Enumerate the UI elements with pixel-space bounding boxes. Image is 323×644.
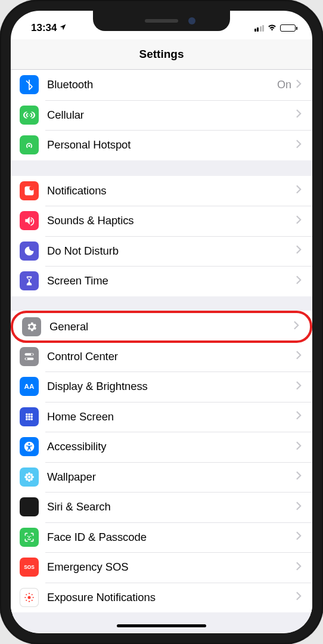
- row-label: General: [49, 320, 294, 333]
- chevron-right-icon: [296, 471, 302, 482]
- row-label: Accessibility: [47, 440, 296, 453]
- notifications-icon: [20, 181, 39, 200]
- phone-frame: 13:34 Settings BluetoothOnCellularPerson…: [0, 0, 323, 644]
- row-label: Notifications: [47, 184, 296, 197]
- settings-group: GeneralControl CenterDisplay & Brightnes…: [11, 311, 312, 613]
- row-label: Emergency SOS: [47, 561, 296, 574]
- hourglass-icon: [20, 271, 39, 290]
- page-title: Settings: [11, 39, 312, 70]
- row-label: Sounds & Haptics: [47, 214, 296, 227]
- faceid-icon: [20, 528, 39, 547]
- row-label: Face ID & Passcode: [47, 531, 296, 544]
- row-label: Do Not Disturb: [47, 244, 296, 258]
- switches-icon: [20, 347, 39, 366]
- row-label: Control Center: [47, 350, 296, 363]
- moon-icon: [20, 242, 39, 261]
- row-label: Cellular: [47, 109, 296, 122]
- battery-icon: [280, 24, 296, 32]
- chevron-right-icon: [296, 245, 302, 256]
- wifi-icon: [267, 22, 277, 34]
- row-bluetooth[interactable]: BluetoothOn: [11, 70, 312, 100]
- home-indicator[interactable]: [117, 624, 206, 627]
- row-label: Bluetooth: [47, 78, 277, 91]
- row-display[interactable]: Display & Brightness: [11, 371, 312, 402]
- row-general[interactable]: General: [11, 311, 312, 343]
- chevron-right-icon: [296, 109, 302, 120]
- sounds-icon: [20, 211, 39, 230]
- speaker: [145, 19, 178, 23]
- row-homescreen[interactable]: Home Screen: [11, 402, 312, 432]
- chevron-right-icon: [296, 411, 302, 422]
- chevron-right-icon: [296, 185, 302, 196]
- chevron-right-icon: [296, 501, 302, 513]
- flower-icon: [20, 467, 39, 487]
- row-dnd[interactable]: Do Not Disturb: [11, 236, 312, 267]
- sos-icon: [20, 558, 39, 577]
- row-notifications[interactable]: Notifications: [11, 176, 312, 206]
- chevron-right-icon: [296, 441, 302, 453]
- gear-icon: [22, 317, 41, 336]
- chevron-right-icon: [296, 275, 302, 287]
- row-controlcenter[interactable]: Control Center: [11, 342, 312, 372]
- row-label: Display & Brightness: [47, 380, 296, 393]
- row-value: On: [277, 79, 291, 91]
- row-sounds[interactable]: Sounds & Haptics: [11, 206, 312, 236]
- row-accessibility[interactable]: Accessibility: [11, 432, 312, 462]
- status-left: 13:34: [31, 22, 67, 34]
- row-sos[interactable]: Emergency SOS: [11, 552, 312, 583]
- settings-list[interactable]: BluetoothOnCellularPersonal HotspotNotif…: [11, 70, 312, 633]
- settings-group: BluetoothOnCellularPersonal Hotspot: [11, 70, 312, 160]
- row-label: Personal Hotspot: [47, 138, 296, 151]
- row-hotspot[interactable]: Personal Hotspot: [11, 130, 312, 160]
- chevron-right-icon: [296, 351, 302, 362]
- hotspot-icon: [20, 135, 39, 154]
- bluetooth-icon: [20, 75, 39, 94]
- grid-icon: [20, 407, 39, 426]
- antenna-icon: [20, 106, 39, 125]
- row-label: Siri & Search: [47, 500, 296, 513]
- chevron-right-icon: [296, 215, 302, 227]
- siri-icon: [20, 497, 39, 516]
- chevron-right-icon: [296, 381, 302, 392]
- screen: 13:34 Settings BluetoothOnCellularPerson…: [11, 11, 312, 633]
- row-exposure[interactable]: Exposure Notifications: [11, 583, 312, 613]
- chevron-right-icon: [296, 140, 302, 151]
- row-screentime[interactable]: Screen Time: [11, 266, 312, 296]
- row-cellular[interactable]: Cellular: [11, 100, 312, 131]
- row-faceid[interactable]: Face ID & Passcode: [11, 522, 312, 553]
- chevron-right-icon: [296, 79, 302, 91]
- row-label: Screen Time: [47, 274, 296, 287]
- settings-group: NotificationsSounds & HapticsDo Not Dist…: [11, 176, 312, 296]
- status-right: [254, 22, 296, 34]
- chevron-right-icon: [294, 321, 299, 332]
- row-label: Home Screen: [47, 410, 296, 423]
- row-wallpaper[interactable]: Wallpaper: [11, 462, 312, 493]
- chevron-right-icon: [296, 562, 302, 573]
- row-siri[interactable]: Siri & Search: [11, 492, 312, 522]
- aa-icon: [20, 377, 39, 396]
- exposure-icon: [20, 588, 39, 607]
- notch: [93, 11, 230, 31]
- chevron-right-icon: [296, 592, 302, 603]
- chevron-right-icon: [296, 531, 302, 543]
- accessibility-icon: [20, 437, 39, 456]
- clock: 13:34: [31, 22, 57, 34]
- location-icon: [59, 22, 67, 34]
- cellular-signal-icon: [254, 25, 265, 32]
- row-label: Exposure Notifications: [47, 591, 296, 604]
- row-label: Wallpaper: [47, 470, 296, 484]
- front-camera: [188, 17, 195, 24]
